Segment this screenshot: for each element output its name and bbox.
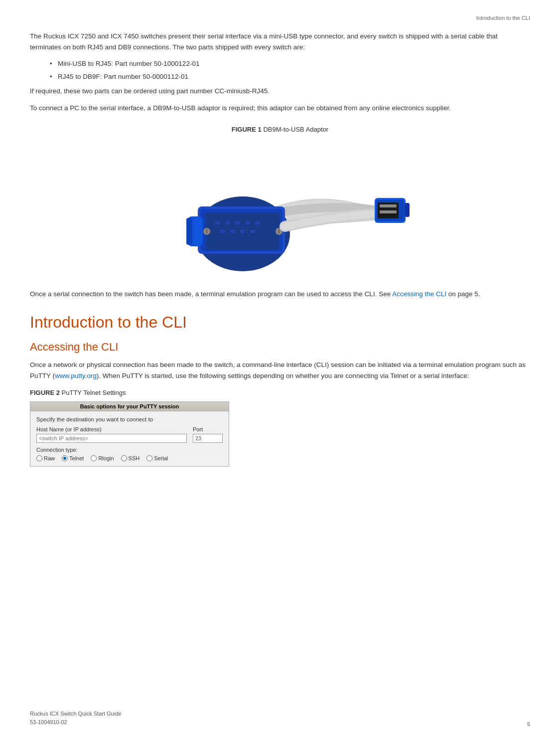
port-label: Port: [193, 426, 223, 432]
footer-page-number: 5: [527, 721, 530, 727]
svg-point-7: [245, 220, 251, 225]
radio-raw-circle: [36, 455, 42, 461]
radio-ssh[interactable]: SSH: [121, 455, 140, 461]
radio-telnet[interactable]: Telnet: [62, 455, 84, 461]
putty-dialog: Basic options for your PuTTY session Spe…: [30, 401, 229, 467]
putty-body: Specify the destination you want to conn…: [30, 411, 229, 466]
figure1-label: FIGURE 1: [232, 126, 262, 133]
svg-point-11: [240, 229, 246, 234]
radio-telnet-dot: [63, 457, 66, 460]
figure1-title: FIGURE 1 DB9M-to-USB Adaptor: [30, 126, 530, 133]
putty-radio-row: Raw Telnet Rlogin SSH: [36, 455, 223, 461]
serial-connection-text: Once a serial connection to the switch h…: [30, 289, 530, 300]
bullet-list: Mini-USB to RJ45: Part number 50-1000122…: [50, 58, 530, 82]
radio-telnet-label: Telnet: [69, 455, 84, 461]
svg-rect-23: [380, 210, 397, 213]
header-title: Introduction to the CLI: [476, 15, 530, 21]
radio-serial[interactable]: Serial: [146, 455, 168, 461]
footer-left: Ruckus ICX Switch Quick Start Guide 53-1…: [30, 710, 121, 727]
page-footer: Ruckus ICX Switch Quick Start Guide 53-1…: [30, 710, 530, 727]
serial-connection-part2: on page 5.: [446, 290, 480, 298]
putty-title-bar: Basic options for your PuTTY session: [30, 402, 229, 411]
radio-telnet-circle: [62, 455, 68, 461]
svg-point-5: [225, 220, 231, 225]
figure1-image: [150, 139, 410, 289]
radio-rlogin-circle: [91, 455, 97, 461]
radio-rlogin[interactable]: Rlogin: [91, 455, 114, 461]
host-input[interactable]: [36, 434, 187, 443]
accessing-cli-part2: ). When PuTTY is started, use the follow…: [97, 372, 469, 379]
serial-connection-part1: Once a serial connection to the switch h…: [30, 290, 392, 298]
list-item: RJ45 to DB9F: Part number 50-0000112-01: [50, 71, 530, 82]
figure2-label: FIGURE 2 PuTTY Telnet Settings: [30, 389, 530, 396]
radio-raw[interactable]: Raw: [36, 455, 55, 461]
figure2-label-text: FIGURE 2: [30, 389, 62, 396]
host-label: Host Name (or IP address): [36, 426, 187, 432]
radio-rlogin-label: Rlogin: [98, 455, 114, 461]
svg-point-8: [255, 220, 261, 225]
putty-field-row: Host Name (or IP address) Port: [36, 426, 223, 443]
accessing-cli-paragraph: Once a network or physical connection ha…: [30, 360, 530, 381]
page-header: Introduction to the CLI: [30, 15, 530, 21]
putty-link[interactable]: www.putty.org: [55, 372, 97, 379]
svg-point-10: [230, 229, 236, 234]
ordered-part-text: If required, these two parts can be orde…: [30, 86, 530, 97]
figure2-caption: PuTTY Telnet Settings: [62, 389, 126, 396]
putty-connection-type: Connection type: Raw Telnet Rlogi: [36, 447, 223, 461]
figure1-caption: DB9M-to-USB Adaptor: [263, 126, 328, 133]
svg-point-6: [235, 220, 241, 225]
intro-paragraph: The Ruckus ICX 7250 and ICX 7450 switche…: [30, 31, 530, 52]
port-field-group: Port: [193, 426, 223, 443]
adaptor-svg: [150, 139, 410, 289]
radio-ssh-circle: [121, 455, 127, 461]
page: Introduction to the CLI The Ruckus ICX 7…: [0, 0, 560, 742]
svg-rect-18: [186, 218, 192, 245]
radio-serial-circle: [146, 455, 152, 461]
footer-doc-title: Ruckus ICX Switch Quick Start Guide: [30, 710, 121, 719]
svg-point-12: [250, 229, 256, 234]
radio-raw-label: Raw: [44, 455, 55, 461]
host-field-group: Host Name (or IP address): [36, 426, 187, 443]
putty-section-label: Specify the destination you want to conn…: [36, 416, 223, 422]
port-input[interactable]: [193, 434, 223, 443]
svg-point-9: [220, 229, 226, 234]
intro-cli-heading: Introduction to the CLI: [30, 313, 530, 332]
accessing-cli-heading: Accessing the CLI: [30, 341, 530, 354]
svg-point-4: [215, 220, 221, 225]
connection-type-label: Connection type:: [36, 447, 223, 453]
db9m-text: To connect a PC to the serial interface,…: [30, 103, 530, 114]
list-item: Mini-USB to RJ45: Part number 50-1000122…: [50, 58, 530, 69]
svg-rect-22: [380, 204, 397, 207]
radio-ssh-label: SSH: [129, 455, 140, 461]
footer-doc-number: 53-1004910-02: [30, 718, 121, 727]
radio-serial-label: Serial: [154, 455, 168, 461]
svg-rect-24: [405, 203, 410, 217]
accessing-cli-link[interactable]: Accessing the CLI: [392, 290, 446, 298]
